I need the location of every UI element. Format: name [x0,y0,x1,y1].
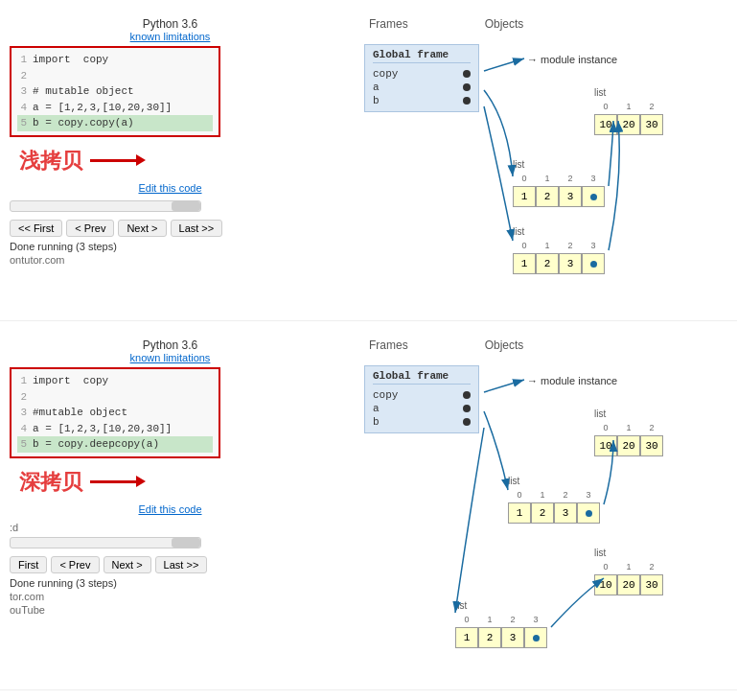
arrow-head-1 [136,154,146,166]
code-block-1: 1 import copy 2 3 # mutable object 4 a =… [10,46,220,137]
nav-controls-2: First < Prev Next > Last >> [10,556,331,573]
section-deep-copy: Python 3.6 known limitations 1 import co… [0,321,737,690]
code-line-1-3: 3 # mutable object [17,83,213,100]
frame-row-copy-1: copy [373,67,471,81]
python-header-1: Python 3.6 known limitations [10,17,331,42]
scrollbar-1 [10,200,331,212]
code-line-1-2: 2 [17,68,213,84]
list-a-deep-2: list 0 1 2 3 1 2 3 [508,476,600,524]
deep-copy-arrow-area: 深拷贝 [19,468,331,497]
known-limitations-link-2[interactable]: known limitations [10,352,331,363]
code-line-1-1: 1 import copy [17,52,213,68]
code-line-2-1: 1 import copy [17,373,213,389]
scrollbar-thumb-1[interactable] [172,201,200,211]
code-line-1-4: 4 a = [1,2,3,[10,20,30]] [17,100,213,116]
viz-wrapper-2: Global frame copy a b [359,356,737,672]
dot-copy-1 [463,70,471,78]
list-1-2-3-bottom-1: list 0 1 2 3 1 2 3 [513,226,605,274]
dot-a-1 [463,83,471,91]
frames-header-1: Frames [369,17,408,31]
shallow-copy-arrow-area: 浅拷贝 [19,147,331,175]
code-line-1-5: 5 b = copy.copy(a) [17,115,213,131]
known-limitations-link-1[interactable]: known limitations [10,31,331,42]
list-1-2-3-middle-1: list 0 1 2 3 1 2 3 [513,159,605,207]
right-panel-2: Frames Objects Global frame copy a [350,331,737,680]
scrollbar-2 [10,537,331,548]
frame-row-copy-2: copy [373,388,471,402]
code-line-2-5: 5 b = copy.deepcopy(a) [17,436,213,453]
svg-line-0 [484,58,524,71]
arrow-line-2 [90,480,138,483]
frame-title-1: Global frame [373,49,471,63]
shallow-copy-label: 浅拷贝 [19,147,82,175]
python-header-2: Python 3.6 known limitations [10,338,331,363]
edit-link-1[interactable]: Edit this code [10,181,331,195]
dot-b-2 [463,418,471,426]
code-line-2-4: 4 a = [1,2,3,[10,20,30]] [17,421,213,437]
prev-button-1[interactable]: < Prev [66,220,114,237]
site-2: tor.com [10,591,331,602]
viz-wrapper-1: Global frame copy a b [359,35,737,303]
dot-copy-2 [463,391,471,399]
svg-line-2 [484,380,524,392]
objects-header-2: Objects [485,338,524,352]
code-line-2-3: 3 #mutable object [17,405,213,421]
python-version-1: Python 3.6 [10,17,331,31]
global-frame-1: Global frame copy a b [364,44,479,112]
viz-headers-2: Frames Objects [359,338,737,352]
frames-header-2: Frames [369,338,408,352]
prev-button-2[interactable]: < Prev [51,556,99,573]
left-panel-2: Python 3.6 known limitations 1 import co… [0,331,340,680]
objects-header-1: Objects [485,17,524,31]
frame-box-1: Global frame copy a b [364,44,479,112]
deep-copy-label: 深拷贝 [19,468,82,497]
scrollbar-thumb-2[interactable] [172,538,200,548]
first-button-1[interactable]: << First [10,220,62,237]
module-instance-2: → module instance [527,375,617,386]
scrollbar-track-1[interactable] [10,200,201,212]
status-1: Done running (3 steps) [10,241,331,252]
list-b-deep-2: list 0 1 2 3 1 2 3 [455,600,547,648]
next-button-1[interactable]: Next > [118,220,166,237]
last-button-2[interactable]: Last >> [155,556,208,573]
list-10-20-30-top-1: list 0 1 2 10 20 30 [594,87,663,135]
frame-row-a-1: a [373,81,471,94]
frame-row-a-2: a [373,402,471,415]
edit-link-2[interactable]: Edit this code [10,502,331,516]
module-instance-1: → module instance [527,54,617,65]
code-line-2-2: 2 [17,389,213,406]
python-version-2: Python 3.6 [10,338,331,352]
frame-row-b-1: b [373,94,471,107]
list-10-20-30-second-2: list 0 1 2 10 20 30 [594,548,663,595]
partial-text-2: :d [10,522,331,533]
main-container: Python 3.6 known limitations 1 import co… [0,0,737,690]
arrow-head-2 [136,476,146,487]
next-button-2[interactable]: Next > [104,556,151,573]
code-block-2: 1 import copy 2 3 #mutable object 4 a = … [10,367,220,458]
dot-a-2 [463,405,471,412]
last-button-1[interactable]: Last >> [171,220,223,237]
frame-box-2: Global frame copy a b [364,365,479,433]
frame-row-b-2: b [373,415,471,429]
left-panel-1: Python 3.6 known limitations 1 import co… [0,10,340,311]
dot-b-1 [463,97,471,105]
list-10-20-30-top-2: list 0 1 2 10 20 30 [594,408,663,456]
section-shallow-copy: Python 3.6 known limitations 1 import co… [0,0,737,321]
arrow-line-1 [90,159,138,162]
status-2: Done running (3 steps) [10,577,331,589]
global-frame-2: Global frame copy a b [364,365,479,433]
frame-title-2: Global frame [373,370,471,385]
site-2b: ouTube [10,604,331,616]
nav-controls-1: << First < Prev Next > Last >> [10,220,331,237]
viz-headers-1: Frames Objects [359,17,737,31]
site-1: ontutor.com [10,254,331,266]
scrollbar-track-2[interactable] [10,537,201,548]
right-panel-1: Frames Objects Global frame copy a [350,10,737,311]
first-button-2[interactable]: First [10,556,47,573]
